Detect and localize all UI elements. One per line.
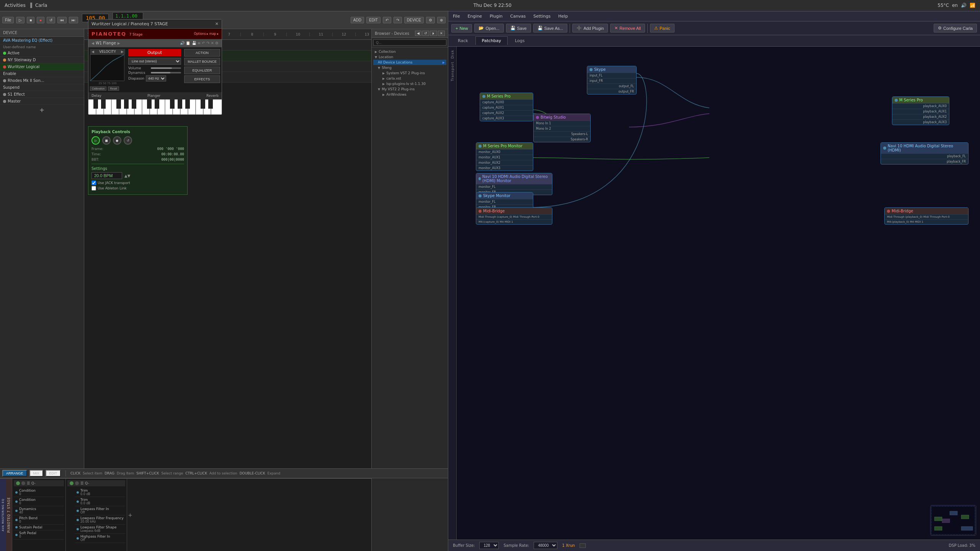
carla-patchbay[interactable]: Skype input_FL input_FR output_FL output… xyxy=(457,47,980,540)
menu-settings[interactable]: Settings xyxy=(532,13,552,20)
tab-logs[interactable]: Logs xyxy=(508,36,531,45)
loop-dot[interactable]: ↺ xyxy=(124,136,132,145)
pianoteq-close[interactable]: ✕ xyxy=(215,21,219,26)
menu-canvas[interactable]: Canvas xyxy=(509,13,527,20)
undo-btn[interactable]: ↶ xyxy=(383,17,391,23)
device-btn[interactable]: DEVICE xyxy=(404,17,424,23)
preset-name[interactable]: W1 Flange xyxy=(96,41,116,45)
loop-btn[interactable]: ↺ xyxy=(47,17,55,23)
browser-item-location[interactable]: ▼ Location xyxy=(373,54,446,60)
ava-search[interactable]: Q- xyxy=(85,481,89,485)
plugin-sustain[interactable]: Sustain Pedal xyxy=(14,525,64,530)
menu-file[interactable]: File xyxy=(451,13,461,20)
carla-open-btn[interactable]: 📂 Open... xyxy=(474,24,503,33)
mallet-btn[interactable]: MALLET BOUNCE xyxy=(184,58,220,65)
output-select[interactable]: Line out (stereo) xyxy=(128,58,181,65)
track-s1[interactable]: S1 Effect xyxy=(0,91,84,98)
stop-btn[interactable]: ■ xyxy=(27,17,34,23)
vel-arrow-r[interactable]: ▶ xyxy=(121,50,124,54)
node-bitwig[interactable]: Bitwig Studio Mono In 1 Mono In 2 Speake… xyxy=(533,114,591,142)
node-navi[interactable]: Navi 10 HDMI Audio Digital Stereo (HDMI)… xyxy=(880,142,969,165)
preset-arrow-r[interactable]: ▶ xyxy=(118,41,120,45)
node-midi-bridge-r[interactable]: Midi-Bridge Midi Through (playback_0) Mi… xyxy=(884,207,969,225)
vel-arrow-l[interactable]: ◀ xyxy=(91,50,94,54)
edit-btn[interactable]: EDIT xyxy=(366,17,381,23)
play-btn[interactable]: ▷ xyxy=(16,17,24,23)
browser-item-all-devices[interactable]: All Device Locations ▶ xyxy=(373,60,446,65)
stop-dot[interactable]: ■ xyxy=(102,136,111,145)
effects-btn[interactable]: EFFECTS xyxy=(184,75,220,83)
node-skype[interactable]: Skype input_FL input_FR output_FL output… xyxy=(587,66,637,95)
carla-save-btn[interactable]: 💾 Save xyxy=(506,24,531,33)
browser-item-airwindows[interactable]: ▶ AirWindows xyxy=(373,92,446,97)
track-master[interactable]: Master xyxy=(0,98,84,105)
plugin-soft-pedal[interactable]: Soft Pedal 0 xyxy=(14,530,64,540)
options-label[interactable]: Options ▸ map ▸ xyxy=(194,32,219,36)
arrange-btn[interactable]: ARRANGE xyxy=(2,470,27,477)
add-track-btn[interactable]: + xyxy=(0,105,84,115)
play-dot[interactable]: ▷ xyxy=(91,136,100,145)
back-btn[interactable]: ⏮ xyxy=(57,17,67,23)
ava-plugin-trim2[interactable]: Trim 0.0 dB xyxy=(75,497,125,506)
track-wurlitzer[interactable]: Wurlitzer Logical xyxy=(0,64,84,70)
track-enable[interactable]: Enable xyxy=(0,70,84,77)
browser-item-collection[interactable]: ▶ Collection xyxy=(373,49,446,54)
browser-btn-3[interactable]: ⏵ xyxy=(430,31,437,36)
menu-help[interactable]: Help xyxy=(557,13,569,20)
browser-item-lsp[interactable]: ▶ lsp-plugins-lv st-1.1.30 xyxy=(373,81,446,86)
volume-icon[interactable]: 🔊 xyxy=(961,3,967,8)
buffer-size-select[interactable]: 128 xyxy=(479,542,499,549)
redo-btn[interactable]: ↷ xyxy=(394,17,402,23)
browser-btn-2[interactable]: ↺ xyxy=(422,31,429,36)
browser-item-myvst2[interactable]: ▼ My VST2 2 Plug-ins xyxy=(373,86,446,92)
ava-plugin-lp[interactable]: Lowpass Filter In Off xyxy=(75,506,125,515)
rec-dot[interactable]: ● xyxy=(113,136,121,145)
plugin-dynamics[interactable]: Dynamics 40 xyxy=(14,506,64,515)
track-rhodes[interactable]: Rhodes Mk II Son... xyxy=(0,77,84,84)
menu-engine[interactable]: Engine xyxy=(466,13,483,20)
plugin-pitch[interactable]: Pitch Bend 0 xyxy=(14,515,64,525)
edit-btn-mode[interactable]: EDIT xyxy=(46,470,61,477)
calibration-btn[interactable]: Calibration xyxy=(90,86,106,91)
browser-item-sfeng[interactable]: ▼ Sfeng xyxy=(373,65,446,70)
track-active[interactable]: Active xyxy=(0,50,84,57)
ava-plugin-hp[interactable]: Highpass Filter In Off xyxy=(75,534,125,543)
network-icon[interactable]: 📶 xyxy=(970,3,975,8)
browser-close[interactable]: ✕ xyxy=(438,31,445,36)
ava-menu[interactable]: ☰ xyxy=(80,481,83,485)
use-ableton-checkbox[interactable] xyxy=(91,186,96,191)
settings-btn[interactable]: ⚙ xyxy=(426,17,435,23)
node-m-series-2[interactable]: M Series Pro playback_AUX0 playback_AUX1… xyxy=(892,96,949,125)
suspend-row[interactable]: Suspend xyxy=(0,84,84,91)
tab-patchbay[interactable]: Patchbay xyxy=(475,36,508,45)
carla-save-as-btn[interactable]: 💾 Save As... xyxy=(533,24,568,33)
browser-btn-1[interactable]: ◀ xyxy=(415,31,421,36)
browser-item-carla-vst[interactable]: ▶ carla.vst xyxy=(373,76,446,81)
dynamics-slider[interactable] xyxy=(151,72,181,73)
plugin-condition-2[interactable]: Condition 0 xyxy=(14,497,64,506)
record-btn[interactable]: ● xyxy=(37,17,44,23)
forward-btn[interactable]: ⏭ xyxy=(69,17,78,23)
plugin-condition-1[interactable]: Condition 0 xyxy=(14,488,64,497)
track-steinway[interactable]: NY Steinway D xyxy=(0,57,84,64)
bpm-arrow[interactable]: ▲▼ xyxy=(124,174,130,178)
carla-panic-btn[interactable]: ⚠ Panic xyxy=(650,24,675,33)
equalizer-btn[interactable]: EQUALIZER xyxy=(184,67,220,74)
xrun-btn[interactable] xyxy=(580,543,586,548)
add-btn[interactable]: ADD xyxy=(351,17,364,23)
chain-search[interactable]: Q- xyxy=(31,481,36,485)
menu-plugin[interactable]: Plugin xyxy=(488,13,504,20)
node-m-series-mon[interactable]: M Series Pro Monitor monitor_AUX0 monito… xyxy=(476,142,533,171)
chain-menu[interactable]: ☰ xyxy=(27,481,30,485)
ava-plugin-lps[interactable]: Lowpass Filter Shape Lowpass 6dB xyxy=(75,525,125,534)
tab-rack[interactable]: Rack xyxy=(451,36,475,45)
bpm-input[interactable] xyxy=(91,172,122,179)
snap-btn[interactable]: ⊕ xyxy=(437,17,446,23)
node-m-series-1[interactable]: M Series Pro capture_AUX0 capture_AUX1 c… xyxy=(480,93,533,121)
volume-slider[interactable] xyxy=(151,67,181,69)
sample-rate-select[interactable]: 48000 xyxy=(534,542,557,549)
carla-add-plugin-btn[interactable]: ➕ Add Plugin xyxy=(572,24,608,33)
carla-configure-btn[interactable]: ⚙ Configure Carla xyxy=(934,24,977,33)
browser-search-input[interactable] xyxy=(373,39,446,46)
diapason-select[interactable]: 440 Hz xyxy=(146,75,166,82)
